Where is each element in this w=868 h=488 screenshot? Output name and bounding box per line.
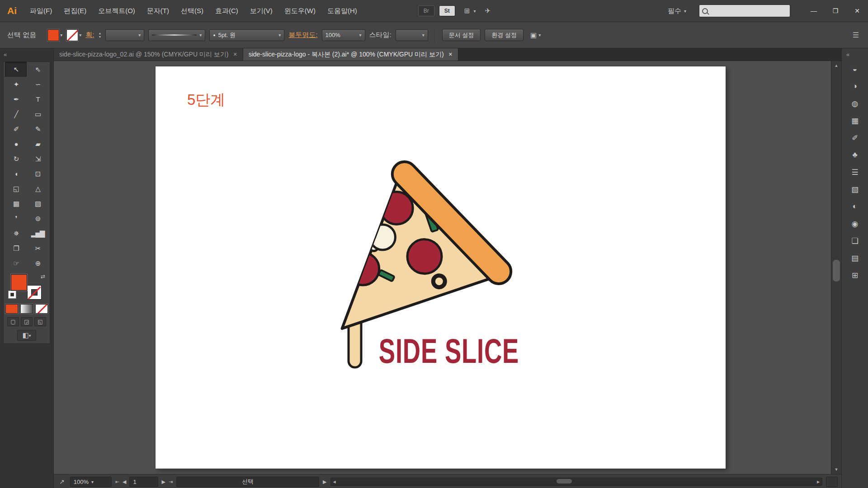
swatches-panel-icon[interactable]: ▦ [845,112,865,129]
stroke-weight-stepper[interactable]: ▲ ▼ [98,32,101,38]
artboard-number-field[interactable]: 1 [129,477,158,487]
pen-tool[interactable]: ✒ [5,92,27,107]
menu-item[interactable]: 편집(E) [58,4,92,18]
tab-doc-1[interactable]: side-slice-pizza-logo_02.ai @ 150% (CMYK… [54,48,243,61]
default-fill-stroke-icon[interactable] [8,291,16,299]
scroll-right-icon[interactable]: ▶ [815,478,822,485]
next-artboard-button[interactable]: ▶ [161,479,165,485]
status-flyout-button[interactable]: ▶ [323,479,326,485]
gradient-tool[interactable]: ▧ [27,196,48,211]
opacity-label[interactable]: 불투명도: [288,31,317,39]
fill-color-swatch[interactable] [47,29,59,41]
zoom-tool[interactable]: ⊕ [27,256,48,271]
search-input[interactable] [711,7,792,15]
none-button[interactable] [35,304,48,314]
width-tool[interactable]: ◖ [5,166,27,181]
previous-artboard-button[interactable]: ◀ [123,479,126,485]
horizontal-scrollbar-thumb[interactable] [557,479,572,483]
scroll-left-icon[interactable]: ◀ [331,478,338,485]
close-button[interactable]: ✕ [846,0,868,22]
touch-type-tool-button[interactable]: ▣ ▾ [528,31,543,39]
hand-tool[interactable]: ☞ [5,256,27,271]
rotate-tool[interactable]: ↻ [5,151,27,166]
lasso-tool[interactable]: ∽ [27,77,48,92]
style-select[interactable]: ▾ [396,29,428,41]
blend-tool[interactable]: ⊚ [27,211,48,226]
pencil-tool[interactable]: ✎ [27,122,48,136]
menu-item[interactable]: 오브젝트(O) [92,4,141,18]
selection-tool[interactable]: ↖ [5,62,27,77]
first-artboard-button[interactable]: ⇤ [115,479,119,485]
menu-item[interactable]: 도움말(H) [321,4,363,18]
last-artboard-button[interactable]: ⇥ [169,479,173,485]
mesh-tool[interactable]: ▦ [5,196,27,211]
color-panel-icon[interactable]: ◒ [845,61,865,78]
appearance-panel-icon[interactable]: ◉ [845,215,865,232]
scroll-down-icon[interactable]: ▼ [831,465,841,474]
free-transform-tool[interactable]: ⊡ [27,166,48,181]
menu-item[interactable]: 윈도우(W) [278,4,321,18]
tab-doc-2[interactable]: side-slice-pizza-logo - 복사본 (2).ai* @ 10… [243,48,458,61]
type-tool[interactable]: T [27,92,48,107]
artboard[interactable]: 5단계 [156,66,726,469]
layers-panel-icon[interactable]: ▤ [845,249,865,267]
slice-tool[interactable]: ✂ [27,241,48,256]
draw-normal-mode-button[interactable]: ▢ [7,317,19,326]
rectangle-tool[interactable]: ▭ [27,107,48,122]
vertical-scrollbar-thumb[interactable] [833,260,840,282]
stroke-weight-label[interactable]: 획: [85,31,94,39]
eraser-tool[interactable]: ▰ [27,136,48,151]
screen-mode-button[interactable]: ◧ ▾ [17,330,36,341]
artboards-panel-icon[interactable]: ⊞ [845,267,865,284]
draw-inside-mode-button[interactable]: ◱ [34,317,46,326]
fill-swatch[interactable] [11,274,27,291]
bridge-button[interactable]: Br [418,5,434,16]
eyedropper-tool[interactable]: ❜ [5,211,27,226]
menu-item[interactable]: 파일(F) [24,4,58,18]
share-icon[interactable]: ↗ [57,478,66,485]
line-segment-tool[interactable]: ╱ [5,107,27,122]
width-profile-select[interactable]: ▾ [148,29,205,41]
scroll-up-icon[interactable]: ▲ [831,61,841,70]
artboard-tool[interactable]: ❐ [5,241,27,256]
pizza-logo[interactable]: SIDE SLICE [326,150,538,385]
gpu-performance-icon[interactable]: ✈ [483,6,492,16]
chevron-down-icon[interactable]: ▾ [60,33,62,38]
graphic-styles-panel-icon[interactable]: ❏ [845,232,865,249]
blob-brush-tool[interactable]: ● [5,136,27,151]
menu-item[interactable]: 선택(S) [175,4,209,18]
close-tab-icon[interactable]: ✕ [448,52,453,57]
symbol-sprayer-tool[interactable]: ✵ [5,226,27,241]
close-tab-icon[interactable]: ✕ [233,52,237,57]
stroke-weight-select[interactable]: ▾ [105,29,144,41]
gradient-button[interactable] [20,304,33,314]
zoom-select[interactable]: 100% ▾ [70,477,112,487]
direct-selection-tool[interactable]: ⇖ [27,62,48,77]
menu-item[interactable]: 보기(V) [244,4,278,18]
stroke-panel-icon[interactable]: ☰ [845,164,865,181]
maximize-button[interactable]: ❐ [825,0,846,22]
brush-definition-select[interactable]: ● 5pt. 원 ▾ [209,29,284,41]
symbols-panel-icon[interactable]: ♣ [845,146,865,164]
document-setup-button[interactable]: 문서 설정 [442,29,481,41]
stepper-down-icon[interactable]: ▼ [98,35,101,38]
stock-button[interactable]: St [439,5,455,16]
chevron-down-icon[interactable]: ▾ [79,33,81,38]
menu-item[interactable]: 효과(C) [209,4,244,18]
perspective-grid-tool[interactable]: △ [27,181,48,196]
menu-item[interactable]: 문자(T) [141,4,175,18]
color-button[interactable] [5,304,18,314]
stroke-swatch[interactable] [27,285,42,300]
workspace-switcher[interactable]: 필수 ▾ [668,7,686,15]
magic-wand-tool[interactable]: ✦ [5,77,27,92]
color-themes-panel-icon[interactable]: ◍ [845,95,865,112]
control-panel-menu-icon[interactable]: ☰ [853,31,859,39]
transparency-panel-icon[interactable]: ◐ [845,198,865,215]
shape-builder-tool[interactable]: ◱ [5,181,27,196]
arrange-documents-button[interactable]: ⊞ ▾ [460,6,479,16]
draw-behind-mode-button[interactable]: ◲ [21,317,33,326]
vertical-scrollbar[interactable]: ▲ ▼ [831,61,841,474]
horizontal-scrollbar[interactable]: ◀ ▶ [330,478,822,486]
brushes-panel-icon[interactable]: ✐ [845,129,865,146]
swap-fill-stroke-icon[interactable]: ⇄ [41,273,45,280]
